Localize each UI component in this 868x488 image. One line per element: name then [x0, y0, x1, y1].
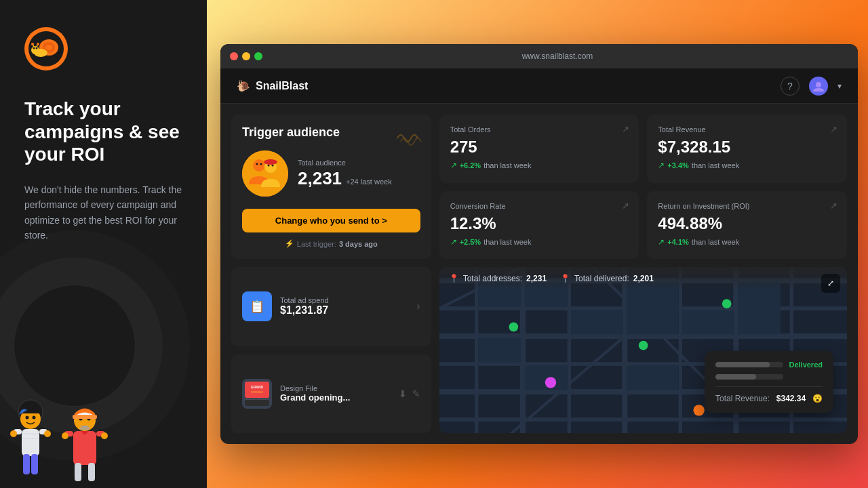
roi-value: 494.88% [658, 214, 836, 233]
svg-rect-35 [75, 463, 81, 481]
svg-point-15 [33, 416, 36, 420]
adspend-label: Total ad spend [280, 296, 408, 304]
map-body: ⤢ Delivered [439, 267, 847, 433]
svg-rect-28 [73, 415, 97, 419]
svg-rect-73 [682, 310, 734, 335]
map-pin-icon: 📍 [449, 274, 459, 283]
orders-trend-label: than last week [484, 161, 531, 169]
map-header: 📍 Total addresses: 2,231 📍 Total deliver… [439, 267, 847, 290]
roi-title: Return on Investment (ROI) [658, 202, 836, 210]
svg-text:GRAND: GRAND [251, 385, 264, 389]
header-actions: ? ▾ [781, 77, 842, 96]
browser-dot-close[interactable] [230, 52, 238, 60]
tooltip-revenue-value: $342.34 [776, 394, 806, 403]
last-trigger-label: Last trigger: [297, 240, 336, 248]
tooltip-revenue: Total Revenue: $342.34 😮 [715, 386, 823, 403]
map-tooltip: Delivered Total Revenue: $342.34 😮 [705, 351, 833, 413]
orders-external-icon[interactable]: ↗ [622, 124, 629, 134]
orders-value: 275 [450, 138, 629, 157]
conversion-trend-label: than last week [484, 238, 531, 246]
svg-point-5 [31, 46, 39, 54]
svg-point-33 [62, 432, 68, 439]
trigger-audience-card: Trigger audience [231, 115, 431, 259]
svg-point-11 [37, 43, 39, 45]
svg-point-84 [722, 299, 731, 308]
svg-point-10 [31, 43, 34, 45]
svg-rect-16 [22, 429, 39, 456]
last-trigger: ⚡ Last trigger: 3 days ago [242, 239, 420, 248]
svg-point-7 [36, 47, 38, 49]
svg-point-14 [26, 416, 29, 420]
adspend-card: 📋 Total ad spend $1,231.87 › [231, 267, 431, 346]
svg-point-3 [45, 45, 52, 50]
svg-point-43 [268, 165, 270, 167]
revenue-trend-arrow: ↗ [658, 161, 665, 170]
tooltip-revenue-label: Total Revenue: [715, 394, 770, 403]
tooltip-bar-fill-1 [715, 362, 770, 367]
map-card: 📍 Total addresses: 2,231 📍 Total deliver… [439, 267, 847, 433]
adspend-chevron-icon[interactable]: › [416, 300, 420, 312]
svg-rect-36 [88, 463, 95, 481]
revenue-external-icon[interactable]: ↗ [830, 124, 837, 134]
user-avatar[interactable] [809, 77, 828, 96]
roi-trend-value: +4.1% [667, 238, 689, 246]
svg-point-22 [44, 430, 51, 437]
svg-point-34 [101, 432, 108, 439]
adspend-icon: 📋 [242, 291, 272, 321]
orders-trend: ↗ +6.2% than last week [450, 161, 629, 170]
roi-trend: ↗ +4.1% than last week [658, 237, 836, 247]
app-logo: 🐌 SnailBlast [237, 79, 308, 92]
audience-avatar [242, 150, 288, 197]
adspend-info: Total ad spend $1,231.87 [280, 296, 408, 317]
change-audience-button[interactable]: Change who you send to > [242, 209, 420, 232]
audience-label: Total audience [298, 159, 392, 167]
svg-point-42 [260, 163, 262, 165]
user-chevron-icon[interactable]: ▾ [837, 81, 842, 91]
designfile-thumbnail: GRAND OPENING [242, 379, 272, 409]
svg-rect-47 [245, 382, 269, 398]
map-delivered-stat: 📍 Total delivered: 2,201 [560, 274, 654, 283]
roi-card: Return on Investment (ROI) 494.88% ↗ +4.… [647, 191, 847, 260]
svg-point-39 [253, 159, 265, 171]
designfile-actions: ⬇ ✎ [399, 388, 420, 399]
app-logo-text: SnailBlast [256, 80, 308, 92]
browser-dot-maximize[interactable] [254, 52, 262, 60]
svg-rect-24 [31, 454, 38, 474]
svg-point-6 [33, 47, 35, 49]
main-area: www.snailblast.com 🐌 SnailBlast ? [207, 0, 868, 488]
map-expand-button[interactable]: ⤢ [821, 274, 840, 293]
designfile-download-icon[interactable]: ⬇ [399, 388, 407, 399]
conversion-external-icon[interactable]: ↗ [622, 201, 629, 211]
tooltip-bar-row-1: Delivered [715, 361, 823, 369]
adspend-value: $1,231.87 [280, 304, 408, 317]
map-addresses-label: Total addresses: [463, 274, 522, 283]
flash-icon: ⚡ [285, 239, 294, 248]
revenue-trend: ↗ +3.4% than last week [658, 161, 836, 170]
app-logo-emoji: 🐌 [237, 79, 250, 92]
app-header: 🐌 SnailBlast ? ▾ [220, 68, 858, 104]
audience-info: Total audience 2,231 +24 last week [298, 159, 392, 189]
tooltip-bar-2 [715, 374, 783, 380]
roi-external-icon[interactable]: ↗ [830, 201, 837, 211]
svg-point-79 [545, 377, 555, 388]
svg-point-38 [242, 150, 288, 197]
browser-url: www.snailblast.com [267, 52, 848, 61]
revenue-card: Total Revenue $7,328.15 ↗ +3.4% than las… [647, 115, 847, 183]
audience-count-badge: +24 last week [346, 178, 392, 186]
tooltip-emoji: 😮 [812, 394, 823, 403]
browser-bar: www.snailblast.com [220, 44, 858, 68]
orders-card: Total Orders 275 ↗ +6.2% than last week … [439, 115, 639, 183]
sidebar-logo [24, 27, 182, 70]
browser-dot-minimize[interactable] [242, 52, 250, 60]
designfile-label: Design File [280, 384, 391, 392]
help-button[interactable]: ? [781, 77, 800, 96]
svg-point-82 [509, 323, 518, 332]
audience-count-value: 2,231 [298, 168, 342, 189]
sidebar-description: We don't hide the numbers. Track the per… [24, 182, 182, 243]
sidebar-characters [0, 380, 207, 488]
conversion-trend-arrow: ↗ [450, 237, 457, 247]
waves-decoration [384, 121, 425, 158]
svg-point-44 [272, 165, 274, 167]
designfile-edit-icon[interactable]: ✎ [412, 388, 420, 399]
svg-text:OPENING: OPENING [251, 390, 263, 394]
